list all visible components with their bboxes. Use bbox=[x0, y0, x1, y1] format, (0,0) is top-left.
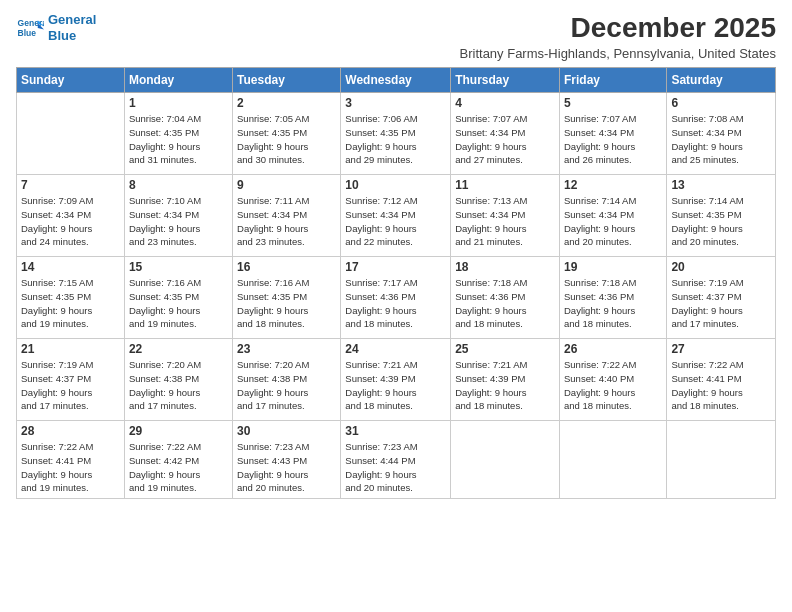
calendar-cell: 10Sunrise: 7:12 AM Sunset: 4:34 PM Dayli… bbox=[341, 175, 451, 257]
day-number: 11 bbox=[455, 178, 555, 192]
main-title: December 2025 bbox=[460, 12, 776, 44]
day-info: Sunrise: 7:13 AM Sunset: 4:34 PM Dayligh… bbox=[455, 194, 555, 249]
day-info: Sunrise: 7:22 AM Sunset: 4:42 PM Dayligh… bbox=[129, 440, 228, 495]
calendar-cell: 18Sunrise: 7:18 AM Sunset: 4:36 PM Dayli… bbox=[451, 257, 560, 339]
day-number: 16 bbox=[237, 260, 336, 274]
calendar-cell: 30Sunrise: 7:23 AM Sunset: 4:43 PM Dayli… bbox=[233, 421, 341, 499]
week-row-5: 28Sunrise: 7:22 AM Sunset: 4:41 PM Dayli… bbox=[17, 421, 776, 499]
week-row-1: 1Sunrise: 7:04 AM Sunset: 4:35 PM Daylig… bbox=[17, 93, 776, 175]
day-info: Sunrise: 7:17 AM Sunset: 4:36 PM Dayligh… bbox=[345, 276, 446, 331]
calendar-table: Sunday Monday Tuesday Wednesday Thursday… bbox=[16, 67, 776, 499]
subtitle: Brittany Farms-Highlands, Pennsylvania, … bbox=[460, 46, 776, 61]
day-info: Sunrise: 7:14 AM Sunset: 4:34 PM Dayligh… bbox=[564, 194, 662, 249]
calendar-cell bbox=[667, 421, 776, 499]
week-row-3: 14Sunrise: 7:15 AM Sunset: 4:35 PM Dayli… bbox=[17, 257, 776, 339]
day-info: Sunrise: 7:18 AM Sunset: 4:36 PM Dayligh… bbox=[564, 276, 662, 331]
day-number: 10 bbox=[345, 178, 446, 192]
day-info: Sunrise: 7:22 AM Sunset: 4:40 PM Dayligh… bbox=[564, 358, 662, 413]
day-number: 7 bbox=[21, 178, 120, 192]
calendar-cell: 19Sunrise: 7:18 AM Sunset: 4:36 PM Dayli… bbox=[559, 257, 666, 339]
day-info: Sunrise: 7:07 AM Sunset: 4:34 PM Dayligh… bbox=[564, 112, 662, 167]
day-info: Sunrise: 7:22 AM Sunset: 4:41 PM Dayligh… bbox=[671, 358, 771, 413]
day-number: 27 bbox=[671, 342, 771, 356]
week-row-2: 7Sunrise: 7:09 AM Sunset: 4:34 PM Daylig… bbox=[17, 175, 776, 257]
day-number: 17 bbox=[345, 260, 446, 274]
page: General Blue General Blue December 2025 … bbox=[0, 0, 792, 612]
day-info: Sunrise: 7:10 AM Sunset: 4:34 PM Dayligh… bbox=[129, 194, 228, 249]
day-number: 12 bbox=[564, 178, 662, 192]
day-number: 29 bbox=[129, 424, 228, 438]
day-number: 4 bbox=[455, 96, 555, 110]
day-number: 3 bbox=[345, 96, 446, 110]
calendar-cell: 4Sunrise: 7:07 AM Sunset: 4:34 PM Daylig… bbox=[451, 93, 560, 175]
day-info: Sunrise: 7:21 AM Sunset: 4:39 PM Dayligh… bbox=[455, 358, 555, 413]
header: General Blue General Blue December 2025 … bbox=[16, 12, 776, 61]
calendar-cell: 3Sunrise: 7:06 AM Sunset: 4:35 PM Daylig… bbox=[341, 93, 451, 175]
day-number: 5 bbox=[564, 96, 662, 110]
day-info: Sunrise: 7:07 AM Sunset: 4:34 PM Dayligh… bbox=[455, 112, 555, 167]
day-number: 30 bbox=[237, 424, 336, 438]
day-number: 9 bbox=[237, 178, 336, 192]
calendar-cell: 12Sunrise: 7:14 AM Sunset: 4:34 PM Dayli… bbox=[559, 175, 666, 257]
day-number: 25 bbox=[455, 342, 555, 356]
day-info: Sunrise: 7:23 AM Sunset: 4:43 PM Dayligh… bbox=[237, 440, 336, 495]
calendar-cell: 15Sunrise: 7:16 AM Sunset: 4:35 PM Dayli… bbox=[124, 257, 232, 339]
day-info: Sunrise: 7:20 AM Sunset: 4:38 PM Dayligh… bbox=[129, 358, 228, 413]
day-info: Sunrise: 7:18 AM Sunset: 4:36 PM Dayligh… bbox=[455, 276, 555, 331]
calendar-cell bbox=[559, 421, 666, 499]
calendar-cell: 17Sunrise: 7:17 AM Sunset: 4:36 PM Dayli… bbox=[341, 257, 451, 339]
day-number: 23 bbox=[237, 342, 336, 356]
calendar-cell: 8Sunrise: 7:10 AM Sunset: 4:34 PM Daylig… bbox=[124, 175, 232, 257]
svg-text:Blue: Blue bbox=[18, 27, 37, 37]
day-info: Sunrise: 7:19 AM Sunset: 4:37 PM Dayligh… bbox=[671, 276, 771, 331]
day-number: 13 bbox=[671, 178, 771, 192]
day-number: 21 bbox=[21, 342, 120, 356]
calendar-cell: 1Sunrise: 7:04 AM Sunset: 4:35 PM Daylig… bbox=[124, 93, 232, 175]
day-info: Sunrise: 7:22 AM Sunset: 4:41 PM Dayligh… bbox=[21, 440, 120, 495]
day-info: Sunrise: 7:20 AM Sunset: 4:38 PM Dayligh… bbox=[237, 358, 336, 413]
day-number: 22 bbox=[129, 342, 228, 356]
col-friday: Friday bbox=[559, 68, 666, 93]
day-number: 26 bbox=[564, 342, 662, 356]
col-tuesday: Tuesday bbox=[233, 68, 341, 93]
calendar-cell: 13Sunrise: 7:14 AM Sunset: 4:35 PM Dayli… bbox=[667, 175, 776, 257]
day-info: Sunrise: 7:16 AM Sunset: 4:35 PM Dayligh… bbox=[129, 276, 228, 331]
logo-text: General Blue bbox=[48, 12, 96, 43]
header-row: Sunday Monday Tuesday Wednesday Thursday… bbox=[17, 68, 776, 93]
calendar-cell: 22Sunrise: 7:20 AM Sunset: 4:38 PM Dayli… bbox=[124, 339, 232, 421]
week-row-4: 21Sunrise: 7:19 AM Sunset: 4:37 PM Dayli… bbox=[17, 339, 776, 421]
day-number: 31 bbox=[345, 424, 446, 438]
day-info: Sunrise: 7:12 AM Sunset: 4:34 PM Dayligh… bbox=[345, 194, 446, 249]
day-number: 8 bbox=[129, 178, 228, 192]
calendar-cell: 21Sunrise: 7:19 AM Sunset: 4:37 PM Dayli… bbox=[17, 339, 125, 421]
col-sunday: Sunday bbox=[17, 68, 125, 93]
day-info: Sunrise: 7:23 AM Sunset: 4:44 PM Dayligh… bbox=[345, 440, 446, 495]
calendar-cell: 28Sunrise: 7:22 AM Sunset: 4:41 PM Dayli… bbox=[17, 421, 125, 499]
day-number: 18 bbox=[455, 260, 555, 274]
calendar-cell: 16Sunrise: 7:16 AM Sunset: 4:35 PM Dayli… bbox=[233, 257, 341, 339]
calendar-cell: 6Sunrise: 7:08 AM Sunset: 4:34 PM Daylig… bbox=[667, 93, 776, 175]
day-info: Sunrise: 7:16 AM Sunset: 4:35 PM Dayligh… bbox=[237, 276, 336, 331]
calendar-cell: 11Sunrise: 7:13 AM Sunset: 4:34 PM Dayli… bbox=[451, 175, 560, 257]
calendar-cell: 9Sunrise: 7:11 AM Sunset: 4:34 PM Daylig… bbox=[233, 175, 341, 257]
day-number: 14 bbox=[21, 260, 120, 274]
day-number: 15 bbox=[129, 260, 228, 274]
day-number: 6 bbox=[671, 96, 771, 110]
calendar-cell: 14Sunrise: 7:15 AM Sunset: 4:35 PM Dayli… bbox=[17, 257, 125, 339]
day-info: Sunrise: 7:04 AM Sunset: 4:35 PM Dayligh… bbox=[129, 112, 228, 167]
logo-icon: General Blue bbox=[16, 14, 44, 42]
day-info: Sunrise: 7:19 AM Sunset: 4:37 PM Dayligh… bbox=[21, 358, 120, 413]
day-info: Sunrise: 7:15 AM Sunset: 4:35 PM Dayligh… bbox=[21, 276, 120, 331]
title-block: December 2025 Brittany Farms-Highlands, … bbox=[460, 12, 776, 61]
day-number: 1 bbox=[129, 96, 228, 110]
calendar-cell: 27Sunrise: 7:22 AM Sunset: 4:41 PM Dayli… bbox=[667, 339, 776, 421]
day-info: Sunrise: 7:11 AM Sunset: 4:34 PM Dayligh… bbox=[237, 194, 336, 249]
day-number: 24 bbox=[345, 342, 446, 356]
day-number: 2 bbox=[237, 96, 336, 110]
day-number: 28 bbox=[21, 424, 120, 438]
col-monday: Monday bbox=[124, 68, 232, 93]
calendar-cell: 26Sunrise: 7:22 AM Sunset: 4:40 PM Dayli… bbox=[559, 339, 666, 421]
col-saturday: Saturday bbox=[667, 68, 776, 93]
calendar-cell bbox=[451, 421, 560, 499]
calendar-cell bbox=[17, 93, 125, 175]
